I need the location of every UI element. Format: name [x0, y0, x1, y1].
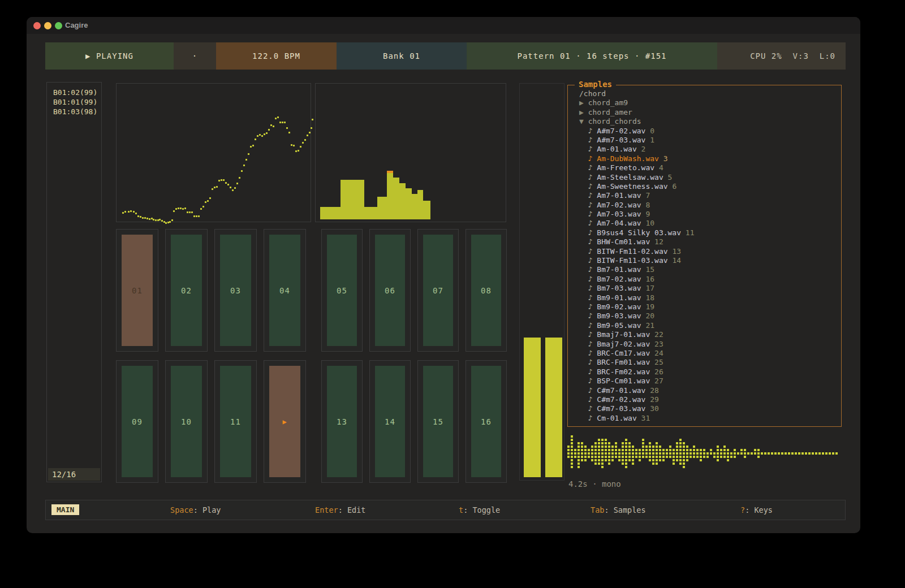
sample-file-4[interactable]: ♪ Am-Freeto.wav 4	[579, 163, 841, 172]
sample-file-9[interactable]: ♪ Am7-03.wav 9	[579, 210, 841, 219]
sample-file-8[interactable]: ♪ Am7-02.wav 8	[579, 201, 841, 210]
sample-file-25[interactable]: ♪ BRC-Fm01.wav 25	[579, 358, 841, 367]
waveform-dot	[666, 449, 668, 451]
music-note-icon: ♪	[588, 265, 593, 274]
pad-11[interactable]: 11	[214, 360, 257, 483]
waveform-dot	[734, 456, 736, 458]
sample-file-11[interactable]: ♪ B9sus4 Silky 03.wav 11	[579, 228, 841, 237]
pad-group: 091011▶	[116, 360, 306, 483]
pad-10[interactable]: 10	[165, 360, 208, 483]
music-note-icon: ♪	[588, 404, 593, 413]
zoom-button[interactable]	[55, 22, 62, 29]
sample-folder-chord_am9[interactable]: ▶ chord_am9	[579, 98, 841, 107]
waveform-dot	[605, 442, 607, 444]
sample-file-30[interactable]: ♪ C#m7-03.wav 30	[579, 404, 841, 413]
pad-8[interactable]: 08	[466, 229, 507, 352]
minimize-button[interactable]	[44, 22, 51, 29]
sample-file-22[interactable]: ♪ Bmaj7-01.wav 22	[579, 330, 841, 339]
waveform-dot	[611, 446, 614, 448]
pad-15[interactable]: 15	[417, 360, 459, 483]
waveform-dot	[584, 449, 587, 451]
pad-6[interactable]: 06	[369, 229, 411, 352]
waveform-dot	[601, 452, 604, 455]
sample-folder-chord_amer[interactable]: ▶ chord_amer	[579, 108, 841, 117]
scatter-dot	[205, 201, 206, 203]
sample-file-16[interactable]: ♪ Bm7-02.wav 16	[579, 275, 841, 284]
sample-file-13[interactable]: ♪ BITW-Fm11-02.wav 13	[579, 247, 841, 256]
sample-file-31[interactable]: ♪ Cm-01.wav 31	[579, 414, 841, 423]
sample-file-18[interactable]: ♪ Bm9-01.wav 18	[579, 293, 841, 302]
sample-file-17[interactable]: ♪ Bm7-03.wav 17	[579, 284, 841, 293]
waveform-dot	[673, 452, 675, 455]
music-note-icon: ♪	[588, 228, 593, 237]
sample-file-6[interactable]: ♪ Am-Sweetness.wav 6	[579, 182, 841, 191]
waveform-dot	[608, 459, 610, 461]
waveform-dot	[615, 449, 617, 451]
sample-file-19[interactable]: ♪ Bm9-02.wav 19	[579, 302, 841, 312]
scatter-dot	[161, 220, 163, 222]
pad-7[interactable]: 07	[417, 229, 459, 352]
waveform-dot	[713, 452, 716, 455]
waveform-dot	[706, 452, 709, 455]
pad-3[interactable]: 03	[214, 229, 257, 352]
sample-file-3[interactable]: ♪ Am-DubWash.wav 3	[579, 154, 841, 163]
waveform-dot	[747, 452, 749, 455]
close-button[interactable]	[33, 22, 41, 29]
waveform-dot	[666, 456, 668, 458]
pad-13[interactable]: 13	[321, 360, 363, 483]
pad-16[interactable]: 16	[466, 360, 507, 483]
pad-14[interactable]: 14	[369, 360, 411, 483]
sample-file-2[interactable]: ♪ Am-01.wav 2	[579, 145, 841, 154]
pad-12[interactable]: ▶	[264, 360, 306, 483]
pitch-scatter-chart	[116, 83, 311, 222]
sample-file-24[interactable]: ♪ BRC-Cm17.wav 24	[579, 349, 841, 358]
waveform-dot	[717, 456, 719, 458]
waveform-dot	[622, 462, 624, 465]
music-note-icon: ♪	[588, 293, 593, 302]
sample-file-7[interactable]: ♪ Am7-01.wav 7	[579, 191, 841, 200]
scatter-dot	[232, 189, 234, 191]
waveform-dot	[656, 442, 658, 444]
pad-2[interactable]: 02	[165, 229, 208, 352]
sample-file-20[interactable]: ♪ Bm9-03.wav 20	[579, 312, 841, 321]
pad-4[interactable]: 04	[264, 229, 306, 352]
scatter-dot	[291, 144, 292, 146]
waveform-dot	[734, 452, 736, 455]
sample-file-14[interactable]: ♪ BITW-Fm11-03.wav 14	[579, 256, 841, 265]
sample-file-23[interactable]: ♪ Bmaj7-02.wav 23	[579, 340, 841, 349]
pad-1[interactable]: 01	[116, 229, 158, 352]
waveform-dot	[798, 452, 800, 455]
sample-file-5[interactable]: ♪ Am-Steelsaw.wav 5	[579, 173, 841, 182]
voice-entry-2: B01:03(98)	[47, 107, 101, 116]
waveform-dot	[628, 459, 631, 461]
scatter-dot	[149, 218, 150, 220]
sample-file-21[interactable]: ♪ Bm9-05.wav 21	[579, 321, 841, 330]
sample-file-name: Am-Steelsaw.wav	[597, 173, 663, 181]
waveform-dot	[625, 466, 627, 468]
pad-9[interactable]: 09	[116, 360, 158, 483]
waveform-dot	[727, 456, 729, 458]
sample-file-28[interactable]: ♪ C#m7-01.wav 28	[579, 386, 841, 395]
waveform-dot	[656, 462, 658, 465]
waveform-dot	[625, 442, 627, 444]
waveform-dot	[734, 449, 736, 451]
waveform-dot	[703, 456, 705, 458]
pad-5[interactable]: 05	[321, 229, 363, 352]
sample-file-26[interactable]: ♪ BRC-Fm02.wav 26	[579, 368, 841, 377]
waveform-dot	[727, 459, 729, 461]
sample-file-name: BRC-Cm17.wav	[597, 349, 650, 357]
waveform-dot	[683, 446, 685, 448]
sample-file-29[interactable]: ♪ C#m7-02.wav 29	[579, 395, 841, 404]
sample-file-27[interactable]: ♪ BSP-Cm01.wav 27	[579, 377, 841, 386]
scatter-dot	[155, 219, 157, 221]
sample-file-15[interactable]: ♪ Bm7-01.wav 15	[579, 265, 841, 274]
sample-file-12[interactable]: ♪ BHW-Cm01.wav 12	[579, 237, 841, 247]
waveform-dot	[639, 452, 641, 455]
sample-file-10[interactable]: ♪ Am7-04.wav 10	[579, 219, 841, 228]
sample-folder-chord_chords[interactable]: ▼ chord_chords	[579, 117, 841, 126]
waveform-dot	[611, 456, 614, 458]
sample-file-1[interactable]: ♪ A#m7-03.wav 1	[579, 136, 841, 145]
waveform-dot	[625, 446, 627, 448]
waveform-dot	[689, 456, 692, 458]
sample-file-0[interactable]: ♪ A#m7-02.wav 0	[579, 127, 841, 136]
